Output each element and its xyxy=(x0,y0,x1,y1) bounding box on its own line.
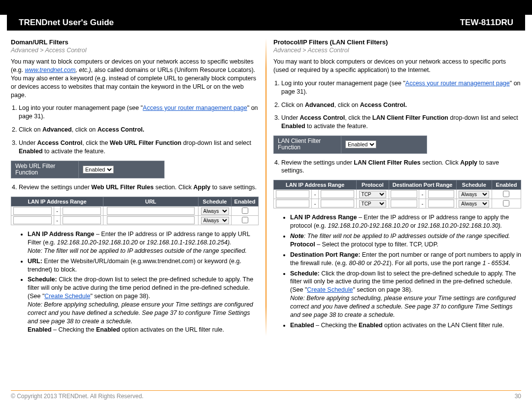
web-url-filter-table: LAN IP Address Range URL Schedule Enable… xyxy=(11,197,259,225)
column-divider xyxy=(266,38,266,336)
lan-client-filter-table: LAN IP Address Range Protocol Destinatio… xyxy=(273,180,521,208)
port-to-input[interactable] xyxy=(428,200,455,207)
enabled-checkbox[interactable] xyxy=(503,200,509,206)
uibox-label: Web URL Filter Function xyxy=(11,161,79,178)
url-input[interactable] xyxy=(107,207,195,215)
th-port-range: Destination Port Range xyxy=(389,180,456,190)
th-schedule: Schedule xyxy=(456,180,492,190)
enabled-checkbox[interactable] xyxy=(242,207,248,214)
th-url: URL xyxy=(103,197,199,206)
step-2: Click on Advanced, click on Access Contr… xyxy=(281,101,521,109)
bullet-ip-range: LAN IP Address Range – Enter the IP addr… xyxy=(28,230,259,255)
schedule-select[interactable]: Always xyxy=(201,207,229,215)
step-1: Log into your router management page (se… xyxy=(281,79,521,96)
url-input[interactable] xyxy=(107,216,195,224)
th-ip-range: LAN IP Address Range xyxy=(11,197,103,206)
intro-paragraph: You may want to block computers or devic… xyxy=(273,58,521,74)
uibox-label: LAN Client Filter Function xyxy=(274,136,341,153)
copyright: © Copyright 2013 TRENDnet. All Rights Re… xyxy=(11,393,143,400)
enabled-checkbox[interactable] xyxy=(242,217,248,223)
port-from-input[interactable] xyxy=(391,190,417,198)
page-number: 30 xyxy=(515,393,521,400)
footer: © Copyright 2013 TRENDnet. All Rights Re… xyxy=(11,390,521,400)
bullet-schedule: Schedule: Click the drop-down list to se… xyxy=(290,270,521,319)
protocol-select[interactable]: TCP xyxy=(359,200,387,207)
doc-header: TRENDnet User's Guide TEW-811DRU xyxy=(7,15,525,31)
ip-from-input[interactable] xyxy=(13,216,52,224)
section-title: Protocol/IP Filters (LAN Client Filters) xyxy=(273,38,521,46)
bullet-enabled: Enabled – Checking the Enabled option ac… xyxy=(290,321,521,330)
breadcrumb: Advanced > Access Control xyxy=(11,47,259,54)
port-from-input[interactable] xyxy=(391,200,417,207)
create-schedule-link[interactable]: Create Schedule xyxy=(44,293,90,300)
schedule-select[interactable]: Always xyxy=(459,200,489,207)
table-row: - Always xyxy=(11,216,259,225)
step-3: Under Access Control, click the Web URL … xyxy=(19,139,259,156)
ip-to-input[interactable] xyxy=(63,216,101,224)
ip-to-input[interactable] xyxy=(321,200,354,207)
header-model: TEW-811DRU xyxy=(460,18,513,28)
mgmt-page-link[interactable]: Access your router management page xyxy=(405,80,510,87)
right-column: Protocol/IP Filters (LAN Client Filters)… xyxy=(273,35,521,336)
ip-from-input[interactable] xyxy=(276,190,309,198)
example-link[interactable]: www.trendnet.com xyxy=(25,67,76,73)
lan-client-filter-select[interactable]: Enabled xyxy=(345,140,376,148)
web-url-filter-box: Web URL Filter Function Enabled xyxy=(11,161,165,178)
th-schedule: Schedule xyxy=(199,197,232,206)
schedule-select[interactable]: Always xyxy=(459,191,489,198)
left-column: Doman/URL Filters Advanced > Access Cont… xyxy=(11,35,259,336)
th-enabled: Enabled xyxy=(492,180,521,190)
bullet-port-range: Destination Port Range: Enter the port n… xyxy=(290,251,521,268)
ip-to-input[interactable] xyxy=(63,207,101,215)
ip-from-input[interactable] xyxy=(276,200,309,207)
protocol-select[interactable]: TCP xyxy=(359,191,387,198)
step-3: Under Access Control, click the LAN Clie… xyxy=(281,114,521,131)
th-ip-range: LAN IP Address Range xyxy=(274,180,357,190)
step-4: Review the settings under Web URL Filter… xyxy=(19,183,259,192)
table-row: - Always xyxy=(11,206,259,216)
create-schedule-link[interactable]: Create Schedule xyxy=(307,286,353,293)
step-4: Review the settings under LAN Client Fil… xyxy=(281,159,521,175)
lan-client-filter-box: LAN Client Filter Function Enabled xyxy=(273,136,427,153)
intro-paragraph: You may want to block computers or devic… xyxy=(11,58,259,99)
mgmt-page-link[interactable]: Access your router management page xyxy=(143,104,247,111)
port-to-input[interactable] xyxy=(428,190,455,198)
step-2: Click on Advanced, click on Access Contr… xyxy=(19,126,259,134)
web-url-filter-select[interactable]: Enabled xyxy=(83,166,114,173)
bullet-schedule: Schedule: Click the drop-down list to se… xyxy=(28,275,259,334)
th-enabled: Enabled xyxy=(232,197,259,206)
bullet-note: Note: The filter will not be applied to … xyxy=(290,232,521,249)
breadcrumb: Advanced > Access Control xyxy=(273,47,521,54)
header-title: TRENDnet User's Guide xyxy=(19,18,114,28)
schedule-select[interactable]: Always xyxy=(201,217,229,224)
table-row: - TCP - Always xyxy=(274,199,521,208)
ip-from-input[interactable] xyxy=(13,207,52,215)
step-1: Log into your router management page (se… xyxy=(19,104,259,121)
ip-to-input[interactable] xyxy=(321,190,354,198)
bullet-url: URL: Enter the Website/URL/domain (e.g.w… xyxy=(28,257,259,274)
section-title: Doman/URL Filters xyxy=(11,38,259,46)
bullet-ip-range: LAN IP Address Range – Enter the IP addr… xyxy=(290,213,521,230)
enabled-checkbox[interactable] xyxy=(503,191,509,197)
table-row: - TCP - Always xyxy=(274,190,521,199)
th-protocol: Protocol xyxy=(357,180,389,190)
